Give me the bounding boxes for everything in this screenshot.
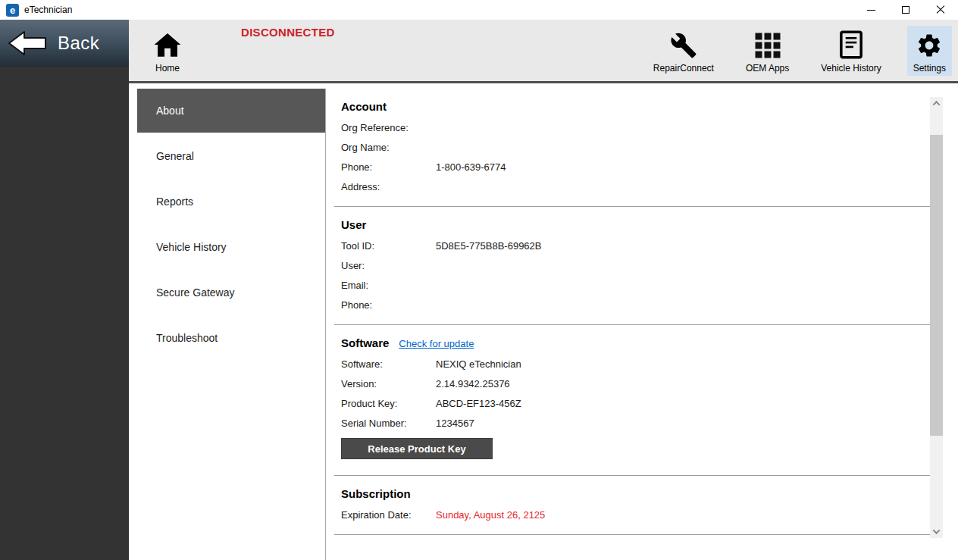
field-value: ABCD-EF123-456Z bbox=[436, 398, 521, 409]
release-product-key-button[interactable]: Release Product Key bbox=[341, 438, 493, 459]
account-row: Phone: 1-800-639-6774 bbox=[334, 157, 931, 177]
field-label: Product Key: bbox=[341, 398, 436, 409]
close-icon bbox=[936, 5, 945, 14]
back-button-label: Back bbox=[58, 33, 99, 54]
field-label: Expiration Date: bbox=[341, 509, 436, 521]
field-value: 5D8E5-775B8B-69962B bbox=[436, 240, 542, 252]
menu-item-vehicle-history[interactable]: Vehicle History bbox=[137, 225, 325, 269]
account-row: Org Reference: bbox=[334, 117, 931, 137]
oem-apps-label: OEM Apps bbox=[746, 63, 789, 74]
settings-label: Settings bbox=[913, 63, 946, 74]
field-label: Version: bbox=[341, 378, 436, 389]
scroll-down-button[interactable] bbox=[930, 525, 943, 538]
scrollbar-thumb[interactable] bbox=[930, 135, 943, 436]
window-controls bbox=[853, 0, 958, 20]
field-label: Org Reference: bbox=[341, 122, 436, 133]
field-label: Software: bbox=[341, 358, 436, 370]
main-content: About General Reports Vehicle History Se… bbox=[129, 83, 958, 560]
chevron-up-icon bbox=[933, 101, 941, 108]
software-section-title: Software Check for update bbox=[334, 325, 931, 354]
settings-button[interactable]: Settings bbox=[907, 26, 952, 76]
app-logo-icon: e bbox=[6, 4, 19, 17]
window-title: eTechnician bbox=[24, 5, 72, 15]
minimize-icon bbox=[867, 10, 875, 11]
software-row: Version: 2.14.9342.25376 bbox=[334, 374, 931, 393]
software-row: Product Key: ABCD-EF123-456Z bbox=[334, 393, 931, 413]
gear-icon bbox=[916, 29, 943, 59]
software-row: Software: NEXIQ eTechnician bbox=[334, 354, 931, 374]
check-for-update-link[interactable]: Check for update bbox=[399, 338, 474, 349]
menu-item-troubleshoot[interactable]: Troubleshoot bbox=[137, 316, 325, 360]
account-row: Address: bbox=[334, 177, 931, 196]
subscription-row: Expiration Date: Sunday, August 26, 2125 bbox=[334, 505, 931, 524]
field-label: Serial Number: bbox=[341, 418, 436, 429]
vertical-scrollbar[interactable] bbox=[930, 97, 943, 538]
grid-icon bbox=[754, 29, 781, 59]
home-label: Home bbox=[155, 63, 180, 74]
connection-status: DISCONNECTED bbox=[241, 26, 335, 39]
field-label: Phone: bbox=[341, 299, 436, 311]
field-label: Email: bbox=[341, 280, 436, 291]
subscription-section-title: Subscription bbox=[334, 476, 931, 505]
account-section-title: Account bbox=[334, 83, 931, 117]
home-icon bbox=[153, 29, 182, 59]
document-icon bbox=[838, 29, 864, 59]
field-label: Phone: bbox=[341, 161, 436, 173]
software-row: Serial Number: 1234567 bbox=[334, 413, 931, 433]
menu-item-secure-gateway[interactable]: Secure Gateway bbox=[137, 271, 325, 314]
expiration-date-value: Sunday, August 26, 2125 bbox=[436, 509, 545, 521]
vehicle-history-button[interactable]: Vehicle History bbox=[815, 26, 887, 76]
wrench-icon bbox=[670, 29, 697, 59]
user-row: User: bbox=[334, 255, 931, 275]
repairconnect-button[interactable]: RepairConnect bbox=[647, 26, 720, 76]
menu-item-general[interactable]: General bbox=[137, 134, 325, 178]
user-row: Email: bbox=[334, 275, 931, 295]
settings-menu: About General Reports Vehicle History Se… bbox=[137, 89, 325, 361]
back-arrow-icon bbox=[8, 30, 47, 57]
user-row: Tool ID: 5D8E5-775B8B-69962B bbox=[334, 236, 931, 255]
titlebar: e eTechnician bbox=[0, 0, 958, 20]
field-label: User: bbox=[341, 260, 436, 271]
toolbar-bar: Home DISCONNECTED RepairConnect bbox=[129, 20, 958, 83]
account-row: Org Name: bbox=[334, 137, 931, 157]
menu-divider bbox=[325, 89, 326, 560]
user-row: Phone: bbox=[334, 295, 931, 314]
maximize-button[interactable] bbox=[888, 0, 923, 20]
section-divider bbox=[334, 534, 931, 535]
vehicle-history-label: Vehicle History bbox=[821, 63, 881, 74]
repairconnect-label: RepairConnect bbox=[653, 63, 714, 74]
field-label: Address: bbox=[341, 181, 436, 192]
back-button[interactable]: Back bbox=[0, 20, 129, 67]
field-value: NEXIQ eTechnician bbox=[436, 358, 521, 370]
field-value: 1234567 bbox=[436, 418, 474, 429]
field-label: Org Name: bbox=[341, 142, 436, 153]
field-value: 1-800-639-6774 bbox=[436, 161, 506, 173]
user-section-title: User bbox=[334, 207, 931, 236]
field-value: 2.14.9342.25376 bbox=[436, 378, 510, 389]
sidebar bbox=[0, 67, 129, 560]
close-button[interactable] bbox=[923, 0, 958, 20]
field-label: Tool ID: bbox=[341, 240, 436, 252]
maximize-icon bbox=[902, 6, 909, 14]
about-panel: Account Org Reference: Org Name: Phone: … bbox=[334, 83, 931, 535]
minimize-button[interactable] bbox=[853, 0, 888, 20]
chevron-down-icon bbox=[933, 527, 941, 534]
toolbar-actions: RepairConnect OEM Apps bbox=[647, 26, 952, 76]
menu-item-reports[interactable]: Reports bbox=[137, 180, 325, 224]
scroll-up-button[interactable] bbox=[930, 97, 943, 110]
home-button[interactable]: Home bbox=[147, 26, 188, 76]
oem-apps-button[interactable]: OEM Apps bbox=[740, 26, 795, 76]
menu-item-about[interactable]: About bbox=[137, 89, 325, 133]
